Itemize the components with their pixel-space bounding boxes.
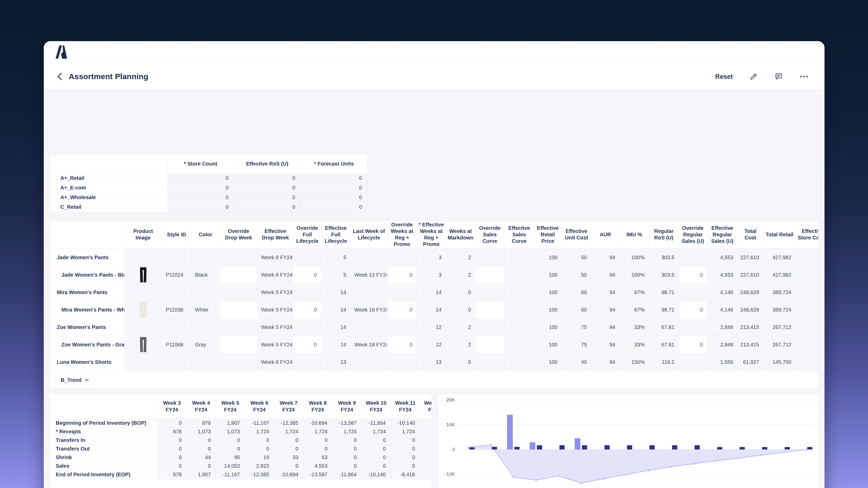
assortment-cell: 12 xyxy=(417,319,446,336)
assortment-cell[interactable] xyxy=(220,266,257,284)
receipts-bar xyxy=(559,445,565,450)
assortment-column-header: Product Image xyxy=(124,221,162,249)
assortment-cell xyxy=(679,284,707,301)
summary-value-cell[interactable]: 0 xyxy=(167,173,234,183)
inventory-value-cell: 1,724 xyxy=(332,427,362,436)
summary-value-cell[interactable]: 0 xyxy=(301,183,367,193)
assortment-cell[interactable]: 0 xyxy=(293,266,321,284)
assortment-cell[interactable] xyxy=(475,266,504,284)
assortment-cell: 248,629 xyxy=(738,301,763,319)
inventory-header-row: Week 3 FY24Week 4 FY24Week 5 FY24Week 6 … xyxy=(50,394,432,419)
summary-value-cell[interactable]: 0 xyxy=(234,202,301,212)
summary-panel: * Store CountEffective RoS (U)* Forecast… xyxy=(50,154,367,213)
inventory-value-cell: 0 xyxy=(157,445,186,453)
assortment-cell: 100 xyxy=(534,336,562,353)
sales-bar xyxy=(530,442,535,450)
inventory-value-cell: 1,724 xyxy=(303,427,332,436)
assortment-cell: 94 xyxy=(591,336,620,353)
assortment-cell xyxy=(387,353,417,371)
assortment-cell: 3 xyxy=(417,266,446,284)
assortment-cell[interactable]: 0 xyxy=(293,301,321,319)
product-image-cell xyxy=(124,336,162,353)
summary-value-cell[interactable]: 0 xyxy=(234,173,301,183)
product-row-label: Zoe Women's Pants xyxy=(50,319,124,336)
summary-value-cell[interactable]: 0 xyxy=(234,183,301,193)
assortment-cell xyxy=(796,336,818,353)
assortment-cell: Week 18 FY24 xyxy=(350,301,387,319)
inventory-value-cell xyxy=(420,436,432,445)
summary-column-header: * Store Count xyxy=(167,155,234,173)
product-row-label: Jade Women's Pants xyxy=(50,249,124,266)
inventory-value-cell: 0 xyxy=(186,445,216,453)
assortment-cell xyxy=(387,319,417,336)
inventory-week-header: Week 5 FY24 xyxy=(216,394,245,419)
summary-value-cell[interactable]: 0 xyxy=(167,193,234,202)
assortment-column-header: IMU % xyxy=(620,221,649,249)
assortment-cell xyxy=(162,284,191,301)
summary-value-cell[interactable]: 0 xyxy=(301,173,367,183)
assortment-cell: 100% xyxy=(620,266,649,284)
inventory-value-cell: -10,140 xyxy=(362,470,391,479)
assortment-cell[interactable]: 0 xyxy=(679,266,707,284)
summary-value-cell[interactable]: 0 xyxy=(301,193,367,202)
summary-value-cell[interactable]: 0 xyxy=(167,183,234,193)
product-thumbnail-gray-pants xyxy=(139,337,147,352)
summary-value-cell[interactable]: 0 xyxy=(167,202,234,212)
product-image-cell xyxy=(124,284,162,301)
assortment-table: Product ImageStyle IDColorOverride Drop … xyxy=(50,221,818,371)
more-button[interactable] xyxy=(798,73,810,79)
reset-button[interactable]: Reset xyxy=(714,73,735,81)
receipts-bar xyxy=(807,447,812,450)
assortment-row: Zoe Women's PantsWeek 5 FY24141221007594… xyxy=(50,319,818,336)
inventory-value-cell: 0 xyxy=(332,462,362,470)
assortment-column-header: Total Cost xyxy=(738,221,763,249)
assortment-cell[interactable]: 0 xyxy=(387,336,417,353)
assortment-column-header: Effective Retail Price xyxy=(534,221,562,249)
product-image-cell xyxy=(124,266,162,284)
assortment-cell: 2,848 xyxy=(707,336,738,353)
assortment-cell[interactable] xyxy=(220,336,257,353)
assortment-column-header: Override Drop Week xyxy=(220,221,257,249)
inventory-row: Transfers In000000000 xyxy=(50,436,432,445)
assortment-cell[interactable]: 0 xyxy=(679,336,707,353)
trend-selector[interactable]: B_Trend xyxy=(56,375,94,386)
inventory-value-cell: 1,724 xyxy=(391,427,420,436)
edit-button[interactable] xyxy=(748,71,760,82)
assortment-cell: 2 xyxy=(446,336,475,353)
assortment-cell[interactable]: 0 xyxy=(679,301,707,319)
assortment-cell[interactable] xyxy=(220,301,257,319)
assortment-cell: 12 xyxy=(417,336,446,353)
summary-value-cell[interactable]: 0 xyxy=(234,193,301,202)
inventory-row: End of Period Inventory (EOP)8781,907-11… xyxy=(50,470,432,479)
assortment-cell[interactable] xyxy=(475,336,504,353)
summary-value-cell[interactable]: 0 xyxy=(301,202,367,212)
assortment-cell xyxy=(220,284,257,301)
inventory-value-cell: 1,724 xyxy=(274,427,303,436)
inventory-value-cell: 1,724 xyxy=(245,427,274,436)
y-axis-tick-label: 0 xyxy=(452,447,455,452)
assortment-cell[interactable]: 0 xyxy=(387,301,417,319)
trend-selector-label: B_Trend xyxy=(61,377,82,383)
assortment-cell: 267,712 xyxy=(763,336,796,353)
inventory-value-cell: 0 xyxy=(362,436,391,445)
assortment-cell: 14 xyxy=(321,319,350,336)
assortment-cell[interactable] xyxy=(475,301,504,319)
assortment-cell[interactable]: 0 xyxy=(293,336,321,353)
inventory-row-label: * Receipts xyxy=(50,427,157,436)
card-body: * Store CountEffective RoS (U)* Forecast… xyxy=(44,90,825,488)
assortment-column-header: Override Full Lifecycle xyxy=(293,221,321,249)
assortment-cell[interactable]: 0 xyxy=(387,266,417,284)
inventory-week-header: Week 12 FY24 xyxy=(420,394,432,419)
assortment-cell: 389,724 xyxy=(763,284,796,301)
assortment-cell: 94 xyxy=(591,353,620,371)
eop-point xyxy=(715,460,717,462)
assortment-cell xyxy=(293,249,321,266)
assortment-column-header: Effective Drop Week xyxy=(257,221,293,249)
inventory-value-cell: 0 xyxy=(157,419,186,427)
assortment-cell: 303.5 xyxy=(649,266,679,284)
inventory-value-cell: 4,553 xyxy=(303,462,332,470)
inventory-value-cell: -10,694 xyxy=(303,419,332,427)
comments-button[interactable] xyxy=(773,71,784,82)
summary-column-header: * Forecast Units xyxy=(301,155,367,173)
back-button[interactable] xyxy=(55,71,64,82)
